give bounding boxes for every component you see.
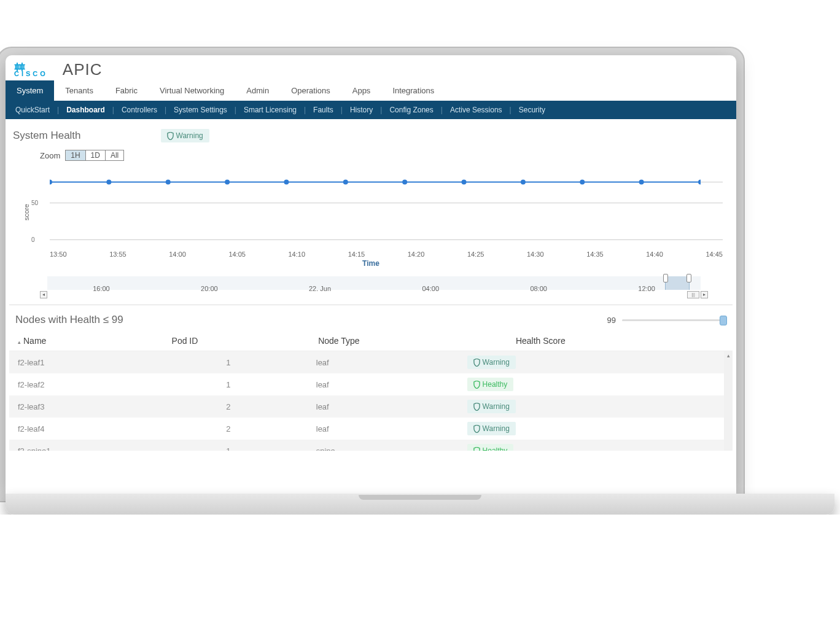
sort-asc-icon: ▴ (18, 339, 21, 345)
table-row[interactable]: f2-spine11spine Healthy (9, 440, 733, 451)
cell-node-type: leaf (308, 395, 459, 418)
y-tick: 0 (31, 236, 35, 243)
cell-health-score: Warning (459, 351, 733, 373)
shield-icon (473, 359, 480, 367)
status-text: Warning (176, 131, 203, 140)
tab-tenants[interactable]: Tenants (54, 80, 104, 101)
cell-health-score: Healthy (459, 440, 733, 451)
tab-admin[interactable]: Admin (235, 80, 280, 101)
subnav-security[interactable]: Security (514, 104, 550, 115)
cell-name: f2-leaf3 (9, 395, 217, 418)
zoom-1h[interactable]: 1H (66, 150, 85, 160)
navigator-window[interactable] (665, 276, 690, 290)
slider-thumb[interactable] (720, 316, 727, 325)
subnav-system-settings[interactable]: System Settings (169, 104, 232, 115)
shield-icon (473, 447, 480, 451)
subnav-smart-licensing[interactable]: Smart Licensing (239, 104, 301, 115)
health-badge: Warning (467, 400, 516, 413)
nodes-table: ▴NamePod IDNode TypeHealth Score (9, 331, 733, 351)
health-threshold-slider[interactable]: 99 (607, 316, 726, 325)
line-plot-svg (50, 166, 701, 239)
table-row[interactable]: f2-leaf11leaf Warning (9, 351, 733, 373)
laptop-notch (359, 495, 481, 500)
cell-health-score: Warning (459, 418, 733, 440)
cell-node-type: spine (308, 440, 459, 451)
app-window: ɪ|ɪɪ|ɪ CISCO APIC SystemTenantsFabricVir… (6, 55, 736, 494)
column-name[interactable]: ▴Name (9, 331, 163, 351)
subnav-history[interactable]: History (345, 104, 378, 115)
navigator-track[interactable] (47, 276, 701, 290)
system-health-title: System Health (13, 130, 81, 142)
cell-node-type: leaf (308, 418, 459, 440)
subnav-controllers[interactable]: Controllers (117, 104, 162, 115)
zoom-all[interactable]: All (106, 150, 123, 160)
zoom-1d[interactable]: 1D (86, 150, 106, 160)
separator: | (438, 106, 445, 114)
cisco-logo: ɪ|ɪɪ|ɪ CISCO (14, 62, 48, 77)
cell-node-type: leaf (308, 351, 459, 373)
nodes-table-body-wrap: f2-leaf11leaf Warningf2-leaf21leaf Healt… (9, 351, 733, 451)
cell-pod-id: 2 (217, 395, 308, 418)
app-title: APIC (63, 60, 103, 79)
data-point (402, 179, 407, 184)
secondary-nav: QuickStart|Dashboard|Controllers|System … (6, 101, 736, 119)
cisco-logo-bars: ɪ|ɪɪ|ɪ (14, 62, 48, 71)
separator: | (232, 106, 239, 114)
navigator-handle-right[interactable] (686, 274, 691, 282)
tab-virtual-networking[interactable]: Virtual Networking (149, 80, 235, 101)
data-point (225, 179, 230, 184)
tab-operations[interactable]: Operations (280, 80, 341, 101)
health-badge: Warning (467, 356, 516, 369)
subnav-quickstart[interactable]: QuickStart (10, 104, 55, 115)
navigator-scroll-left[interactable]: ◂ (40, 291, 47, 298)
header-bar: ɪ|ɪɪ|ɪ CISCO APIC (6, 55, 736, 80)
tab-system[interactable]: System (6, 80, 54, 101)
health-badge: Warning (467, 422, 516, 435)
navigator-grip[interactable]: ||| (687, 291, 699, 298)
table-row[interactable]: f2-leaf21leaf Healthy (9, 373, 733, 395)
shield-icon (167, 132, 174, 140)
navigator-handle-left[interactable] (663, 274, 668, 282)
navigator-scroll-right[interactable]: ▸ (701, 291, 708, 298)
scroll-up-icon[interactable]: ▴ (724, 351, 733, 360)
tab-fabric[interactable]: Fabric (104, 80, 149, 101)
cell-name: f2-leaf4 (9, 418, 217, 440)
x-tick: 14:30 (527, 251, 544, 258)
cell-pod-id: 2 (217, 418, 308, 440)
separator: | (110, 106, 117, 114)
x-tick: 14:45 (706, 251, 723, 258)
cell-health-score: Warning (459, 395, 733, 418)
column-pod-id[interactable]: Pod ID (163, 331, 310, 351)
table-scrollbar[interactable]: ▴ (724, 351, 733, 451)
data-point (50, 179, 52, 184)
separator: | (338, 106, 345, 114)
cell-pod-id: 1 (217, 373, 308, 395)
data-point (521, 179, 526, 184)
subnav-faults[interactable]: Faults (308, 104, 338, 115)
shield-icon (473, 381, 480, 389)
data-point (698, 179, 701, 184)
chart-navigator[interactable]: 16:0020:0022. Jun04:0008:0012:00 ◂ ||| ▸ (40, 276, 708, 298)
tab-integrations[interactable]: Integrations (381, 80, 445, 101)
system-health-status-badge: Warning (161, 129, 209, 142)
x-tick: 14:25 (467, 251, 484, 258)
y-tick: 50 (31, 200, 38, 206)
tab-apps[interactable]: Apps (341, 80, 382, 101)
cell-pod-id: 1 (217, 440, 308, 451)
column-node-type[interactable]: Node Type (309, 331, 507, 351)
subnav-dashboard[interactable]: Dashboard (61, 104, 110, 115)
column-health-score[interactable]: Health Score (507, 331, 733, 351)
table-row[interactable]: f2-leaf32leaf Warning (9, 395, 733, 418)
primary-nav: SystemTenantsFabricVirtual NetworkingAdm… (6, 80, 736, 101)
x-tick: 13:50 (50, 251, 67, 258)
table-row[interactable]: f2-leaf42leaf Warning (9, 418, 733, 440)
subnav-active-sessions[interactable]: Active Sessions (445, 104, 507, 115)
separator: | (378, 106, 384, 114)
subnav-config-zones[interactable]: Config Zones (384, 104, 438, 115)
slider-track[interactable] (622, 319, 726, 321)
x-tick: 14:35 (586, 251, 604, 258)
zoom-label: Zoom (40, 151, 60, 160)
gridline (50, 239, 723, 240)
data-point (284, 179, 289, 184)
x-axis: 13:5013:5514:0014:0514:1014:1514:2014:25… (50, 251, 723, 258)
